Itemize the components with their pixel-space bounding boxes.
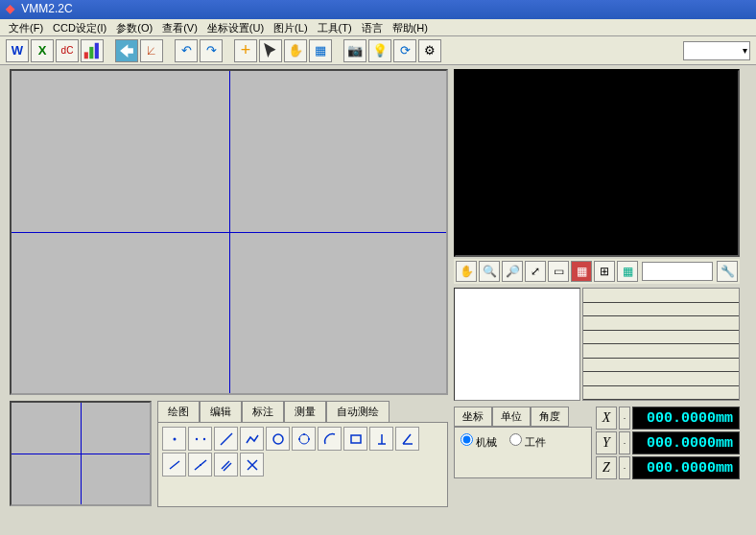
tab-unit[interactable]: 单位 [492, 407, 531, 427]
svg-point-4 [195, 437, 197, 439]
table-row [583, 331, 739, 345]
element-list[interactable] [454, 288, 580, 401]
settings-icon[interactable]: ⚙ [418, 39, 441, 62]
light-icon[interactable]: 💡 [368, 39, 391, 62]
menu-tool[interactable]: 工具(T) [315, 20, 355, 35]
tool-cross-icon[interactable] [240, 453, 264, 477]
dro-x: 000.0000mm [632, 407, 740, 430]
radio-machine[interactable]: 机械 [461, 436, 497, 448]
tool-angle-icon[interactable] [395, 427, 419, 451]
table-row [583, 303, 739, 317]
menu-lang[interactable]: 语言 [359, 20, 386, 35]
excel-export-icon[interactable]: X [31, 39, 54, 62]
table-row [583, 372, 739, 386]
camera-icon[interactable]: 📷 [343, 39, 366, 62]
svg-line-6 [221, 433, 232, 445]
svg-line-16 [222, 461, 229, 469]
video-view[interactable] [454, 69, 740, 257]
pan-hand-icon[interactable]: ✋ [284, 39, 307, 62]
axis-z-tick[interactable]: · [619, 456, 630, 479]
tool-circle-3p-icon[interactable] [292, 427, 316, 451]
tab-edit[interactable]: 编辑 [200, 401, 242, 422]
menu-param[interactable]: 参数(O) [113, 20, 155, 35]
svg-rect-2 [95, 42, 99, 58]
axis-x-label: X [596, 407, 617, 430]
menu-coord[interactable]: 坐标设置(U) [204, 20, 267, 35]
tool-polyline-icon[interactable] [240, 427, 264, 451]
dro-z: 000.0000mm [632, 456, 740, 479]
acad-export-icon[interactable]: dC [56, 39, 79, 62]
grid-icon[interactable]: ▦ [309, 39, 332, 62]
zoom-window-icon[interactable]: ▭ [548, 261, 569, 282]
goto-icon[interactable] [115, 39, 138, 62]
overview-canvas[interactable] [10, 401, 152, 506]
word-export-icon[interactable]: W [6, 39, 29, 62]
axis-x-tick[interactable]: · [619, 407, 630, 430]
axis-y-tick[interactable]: · [619, 431, 630, 454]
tool-parallel-icon[interactable] [214, 453, 238, 477]
tab-auto[interactable]: 自动测绘 [326, 401, 390, 422]
window-title: VMM2.2C [21, 2, 72, 15]
zoom-out-icon[interactable]: 🔎 [502, 261, 523, 282]
tab-measure[interactable]: 测量 [284, 401, 326, 422]
toolbar-dropdown[interactable]: ▾ [683, 41, 750, 60]
tool-circle-icon[interactable] [266, 427, 290, 451]
menu-file[interactable]: 文件(F) [6, 20, 46, 35]
tab-coord[interactable]: 坐标 [454, 407, 492, 427]
svg-point-10 [308, 438, 310, 440]
tool-line2-icon[interactable] [162, 453, 186, 477]
tool-tabs: 绘图 编辑 标注 测量 自动测绘 [157, 401, 448, 422]
video-pan-icon[interactable]: ✋ [456, 261, 477, 282]
undo-icon[interactable]: ↶ [175, 39, 198, 62]
table-row [583, 386, 739, 401]
crosshair-horizontal [12, 232, 446, 233]
table-row [583, 316, 739, 331]
tool-point-icon[interactable] [162, 427, 186, 451]
table-row [583, 359, 739, 373]
tab-draw[interactable]: 绘图 [157, 401, 200, 422]
svg-line-13 [170, 461, 179, 469]
refresh-icon[interactable]: ⟳ [393, 39, 416, 62]
main-canvas[interactable] [10, 69, 448, 395]
dro-y: 000.0000mm [632, 431, 740, 454]
axis-z-label: Z [596, 456, 617, 479]
video-value-input[interactable] [642, 262, 713, 281]
menu-ccd[interactable]: CCD设定(I) [50, 20, 109, 35]
tool-rect-icon[interactable] [343, 427, 367, 451]
tool-grid [157, 422, 448, 507]
app-icon: ◆ [6, 2, 14, 15]
chart-icon[interactable] [81, 39, 104, 62]
zoom-in-icon[interactable]: 🔍 [479, 261, 500, 282]
main-toolbar: W X dC ⟀ ↶ ↷ + ✋ ▦ 📷 💡 ⟳ ⚙ ▾ [0, 36, 756, 65]
svg-line-17 [224, 463, 231, 471]
svg-rect-0 [84, 52, 88, 58]
tab-label[interactable]: 标注 [242, 401, 284, 422]
crosshair-icon[interactable]: + [234, 39, 257, 62]
result-grid[interactable] [582, 288, 740, 401]
redo-icon[interactable]: ↷ [200, 39, 223, 62]
svg-point-5 [202, 437, 204, 439]
table-row [583, 344, 739, 359]
tool-line-icon[interactable] [214, 427, 238, 451]
svg-point-3 [173, 437, 176, 440]
menu-image[interactable]: 图片(L) [271, 20, 310, 35]
coord-tabs: 坐标 单位 角度 [454, 407, 592, 427]
tab-angle[interactable]: 角度 [531, 407, 569, 427]
overview-crosshair-h [12, 454, 150, 454]
angle-goto-icon[interactable]: ⟀ [140, 39, 163, 62]
video-color-icon[interactable]: ▦ [571, 261, 592, 282]
video-grid2-icon[interactable]: ▦ [617, 261, 638, 282]
tool-line3-icon[interactable] [188, 453, 212, 477]
menubar: 文件(F) CCD设定(I) 参数(O) 查看(V) 坐标设置(U) 图片(L)… [0, 19, 756, 36]
menu-view[interactable]: 查看(V) [159, 20, 201, 35]
pointer-icon[interactable] [259, 39, 282, 62]
video-grid-icon[interactable]: ⊞ [594, 261, 615, 282]
zoom-fit-icon[interactable]: ⤢ [525, 261, 546, 282]
video-settings-icon[interactable]: 🔧 [717, 261, 738, 282]
titlebar: ◆ VMM2.2C [0, 0, 756, 19]
menu-help[interactable]: 帮助(H) [390, 20, 431, 35]
tool-arc-icon[interactable] [318, 427, 342, 451]
tool-perp-icon[interactable] [369, 427, 393, 451]
radio-work[interactable]: 工件 [509, 436, 546, 448]
tool-two-point-icon[interactable] [188, 427, 212, 451]
